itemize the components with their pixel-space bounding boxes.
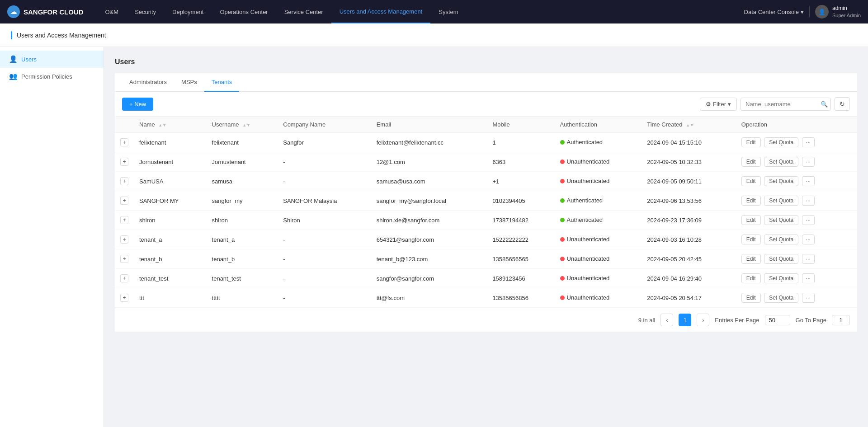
- more-actions-button[interactable]: ···: [802, 137, 815, 147]
- col-username: Username ▲▼: [207, 117, 278, 133]
- name-cell: SamUSA: [134, 172, 207, 191]
- console-label: Data Center Console: [744, 9, 799, 15]
- more-actions-button[interactable]: ···: [802, 293, 815, 303]
- auth-dot-icon: [560, 140, 565, 145]
- edit-button[interactable]: Edit: [741, 215, 761, 225]
- console-dropdown[interactable]: Data Center Console ▾: [744, 9, 804, 15]
- username-sort-icon[interactable]: ▲▼: [242, 123, 250, 127]
- set-quota-button[interactable]: Set Quota: [764, 196, 798, 206]
- table-row: + shiron shiron Shiron shiron.xie@sangfo…: [115, 211, 857, 230]
- set-quota-button[interactable]: Set Quota: [764, 176, 798, 186]
- more-actions-button[interactable]: ···: [802, 254, 815, 264]
- email-cell: samusa@usa.com: [371, 172, 487, 191]
- more-actions-button[interactable]: ···: [802, 196, 815, 206]
- entries-per-page-select[interactable]: 10 20 50 100: [765, 315, 790, 325]
- operation-cell: Edit Set Quota ···: [736, 288, 857, 308]
- brand-logo[interactable]: ☁ SANGFOR CLOUD: [7, 5, 84, 18]
- edit-button[interactable]: Edit: [741, 196, 761, 206]
- set-quota-button[interactable]: Set Quota: [764, 215, 798, 225]
- name-sort-icon[interactable]: ▲▼: [158, 123, 166, 127]
- edit-button[interactable]: Edit: [741, 176, 761, 186]
- edit-button[interactable]: Edit: [741, 273, 761, 283]
- auth-cell: Unauthenticated: [555, 172, 642, 191]
- more-actions-button[interactable]: ···: [802, 235, 815, 244]
- auth-cell: Unauthenticated: [555, 269, 642, 288]
- current-page-button[interactable]: 1: [679, 314, 691, 326]
- next-page-button[interactable]: ›: [697, 314, 709, 326]
- refresh-button[interactable]: ↻: [835, 97, 850, 111]
- expand-cell: +: [115, 152, 134, 172]
- company-cell: -: [278, 230, 371, 249]
- user-info[interactable]: 👤 admin Super Admin: [815, 5, 861, 19]
- mobile-cell: 6363: [487, 152, 554, 172]
- expand-button[interactable]: +: [120, 158, 128, 166]
- tab-tenants[interactable]: Tenants: [204, 73, 240, 92]
- expand-button[interactable]: +: [120, 294, 128, 302]
- goto-page-input[interactable]: [832, 315, 850, 325]
- auth-label: Unauthenticated: [567, 275, 610, 282]
- expand-button[interactable]: +: [120, 216, 128, 224]
- nav-item-service-center[interactable]: Service Center: [276, 0, 331, 23]
- auth-label: Unauthenticated: [567, 178, 610, 184]
- edit-button[interactable]: Edit: [741, 254, 761, 264]
- col-company: Company Name: [278, 117, 371, 133]
- time-created-cell: 2024-09-23 17:36:09: [642, 211, 736, 230]
- edit-button[interactable]: Edit: [741, 235, 761, 244]
- toolbar-right: ⚙ Filter ▾ 🔍 ↻: [700, 97, 850, 111]
- col-operation: Operation: [736, 117, 857, 133]
- main-layout: 👤 Users 👥 Permission Policies Users Admi…: [0, 47, 868, 427]
- username-cell: tenant_a: [207, 230, 278, 249]
- nav-item-o&m[interactable]: O&M: [97, 0, 127, 23]
- auth-badge: Unauthenticated: [560, 178, 610, 184]
- operation-cell: Edit Set Quota ···: [736, 172, 857, 191]
- new-button[interactable]: + New: [122, 98, 153, 111]
- breadcrumb-text: Users and Access Management: [17, 32, 106, 39]
- filter-button[interactable]: ⚙ Filter ▾: [700, 98, 737, 111]
- set-quota-button[interactable]: Set Quota: [764, 293, 798, 303]
- nav-item-security[interactable]: Security: [127, 0, 164, 23]
- time-sort-icon[interactable]: ▲▼: [686, 123, 694, 127]
- edit-button[interactable]: Edit: [741, 137, 761, 147]
- expand-button[interactable]: +: [120, 197, 128, 205]
- auth-badge: Unauthenticated: [560, 236, 610, 243]
- set-quota-button[interactable]: Set Quota: [764, 137, 798, 147]
- breadcrumb-bar: Users and Access Management: [0, 23, 868, 47]
- table-row: + SamUSA samusa - samusa@usa.com +1 Unau…: [115, 172, 857, 191]
- set-quota-button[interactable]: Set Quota: [764, 235, 798, 244]
- name-cell: ttt: [134, 288, 207, 308]
- edit-button[interactable]: Edit: [741, 293, 761, 303]
- search-input[interactable]: [745, 101, 818, 108]
- set-quota-button[interactable]: Set Quota: [764, 157, 798, 167]
- more-actions-button[interactable]: ···: [802, 215, 815, 225]
- nav-divider: [809, 6, 810, 17]
- nav-item-deployment[interactable]: Deployment: [164, 0, 212, 23]
- edit-button[interactable]: Edit: [741, 157, 761, 167]
- table-header: Name ▲▼ Username ▲▼ Company Name Email M…: [115, 117, 857, 133]
- more-actions-button[interactable]: ···: [802, 176, 815, 186]
- company-cell: Shiron: [278, 211, 371, 230]
- expand-cell: +: [115, 230, 134, 249]
- set-quota-button[interactable]: Set Quota: [764, 273, 798, 283]
- nav-item-operations-center[interactable]: Operations Center: [212, 0, 276, 23]
- sidebar-item-permission-policies[interactable]: 👥 Permission Policies: [0, 68, 104, 85]
- tab-msps[interactable]: MSPs: [174, 73, 204, 92]
- expand-button[interactable]: +: [120, 138, 128, 146]
- email-cell: 12@1.com: [371, 152, 487, 172]
- mobile-cell: +1: [487, 172, 554, 191]
- nav-item-users-and-access-management[interactable]: Users and Access Management: [331, 0, 431, 23]
- expand-button[interactable]: +: [120, 235, 128, 244]
- filter-icon: ⚙: [706, 101, 711, 108]
- more-actions-button[interactable]: ···: [802, 157, 815, 167]
- sidebar-item-users[interactable]: 👤 Users: [0, 51, 104, 68]
- prev-page-button[interactable]: ‹: [660, 314, 673, 326]
- expand-button[interactable]: +: [120, 255, 128, 263]
- tab-administrators[interactable]: Administrators: [122, 73, 174, 92]
- expand-button[interactable]: +: [120, 274, 128, 282]
- mobile-cell: 1589123456: [487, 269, 554, 288]
- email-cell: 654321@sangfor.com: [371, 230, 487, 249]
- more-actions-button[interactable]: ···: [802, 273, 815, 283]
- nav-item-system[interactable]: System: [430, 0, 466, 23]
- email-cell: felixtenant@felixtenant.cc: [371, 133, 487, 152]
- set-quota-button[interactable]: Set Quota: [764, 254, 798, 264]
- expand-button[interactable]: +: [120, 177, 128, 185]
